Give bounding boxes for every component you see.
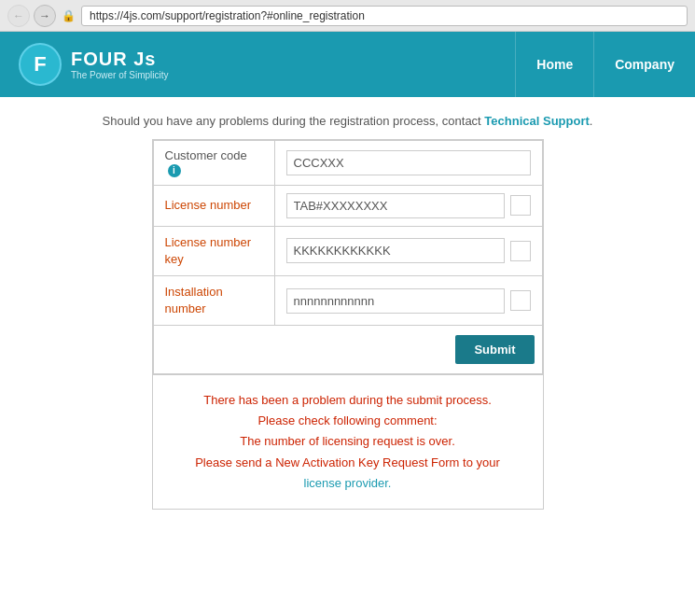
submit-row: Submit <box>153 326 542 374</box>
license-number-input[interactable] <box>286 193 505 218</box>
license-number-input-row <box>286 193 531 218</box>
error-line3: The number of licensing request is over. <box>240 434 455 448</box>
registration-table: Customer code i License number <box>153 140 543 374</box>
customer-code-input-cell <box>274 141 542 186</box>
license-number-checkbox[interactable] <box>510 195 531 216</box>
license-key-input[interactable] <box>286 238 505 263</box>
error-message: There has been a problem during the subm… <box>172 390 524 493</box>
nav-buttons: ← → <box>7 5 56 27</box>
license-key-row: License number key <box>153 226 542 275</box>
installation-number-row: Installation number <box>153 275 542 325</box>
back-button[interactable]: ← <box>7 5 30 27</box>
notice-text-after: . <box>590 114 593 128</box>
error-line1: There has been a problem during the subm… <box>203 393 492 407</box>
nav-company[interactable]: Company <box>593 32 695 97</box>
forward-button[interactable]: → <box>34 5 56 27</box>
main-nav: Home Company <box>515 32 695 97</box>
installation-number-label-cell: Installation number <box>153 275 274 325</box>
customer-code-label: Customer code <box>165 148 247 162</box>
license-number-label: License number <box>165 198 252 212</box>
installation-number-input[interactable] <box>286 288 505 314</box>
customer-code-input[interactable] <box>286 150 531 175</box>
nav-home[interactable]: Home <box>515 32 593 97</box>
site-header: F FOUR Js The Power of Simplicity Home C… <box>0 32 695 97</box>
license-key-input-cell <box>274 226 542 275</box>
license-number-input-cell <box>274 185 542 226</box>
notice-bar: Should you have any problems during the … <box>19 106 676 139</box>
license-number-row: License number <box>153 185 542 226</box>
logo-area: F FOUR Js The Power of Simplicity <box>0 32 187 97</box>
page-content: Should you have any problems during the … <box>0 97 695 616</box>
submit-cell: Submit <box>153 326 542 374</box>
registration-form-container: Customer code i License number <box>152 139 544 375</box>
error-box: There has been a problem during the subm… <box>152 375 544 509</box>
installation-checkbox[interactable] <box>510 290 531 311</box>
installation-number-input-cell <box>274 275 542 325</box>
technical-support-link[interactable]: Technical Support <box>484 114 589 128</box>
installation-number-label: Installation number <box>165 285 223 315</box>
brand-name: FOUR Js <box>71 49 168 70</box>
submit-button[interactable]: Submit <box>455 335 534 364</box>
license-key-label-cell: License number key <box>153 226 274 275</box>
logo-icon: F <box>19 43 62 86</box>
ssl-lock-icon: 🔒 <box>62 9 76 22</box>
customer-code-label-cell: Customer code i <box>153 141 274 186</box>
license-key-label: License number key <box>165 235 252 266</box>
logo-text: FOUR Js The Power of Simplicity <box>71 49 168 80</box>
license-key-input-row <box>286 238 531 263</box>
error-line2: Please check following comment: <box>257 413 437 427</box>
customer-code-info-icon[interactable]: i <box>168 164 181 177</box>
error-line4-before: Please send a New Activation Key Request… <box>195 455 500 469</box>
customer-code-row: Customer code i <box>153 141 542 186</box>
notice-text-before: Should you have any problems during the … <box>103 114 485 128</box>
browser-toolbar: ← → 🔒 https://4js.com/support/registrati… <box>0 0 695 32</box>
brand-tagline: The Power of Simplicity <box>71 70 168 80</box>
error-line5-link[interactable]: license provider. <box>304 476 392 490</box>
address-bar[interactable]: https://4js.com/support/registration?#on… <box>81 6 688 26</box>
license-number-label-cell: License number <box>153 185 274 226</box>
license-key-checkbox[interactable] <box>510 241 531 261</box>
installation-input-row <box>286 288 531 314</box>
